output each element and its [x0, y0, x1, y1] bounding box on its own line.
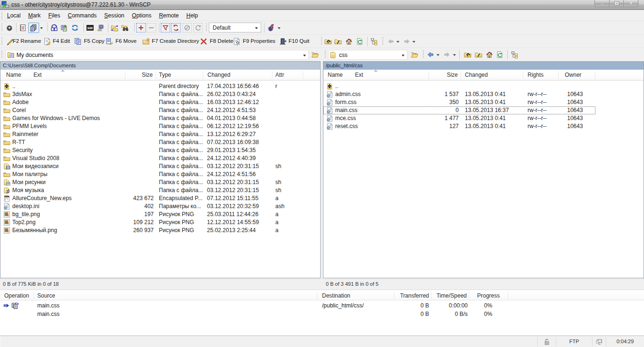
menu-item[interactable]: Commands — [64, 11, 100, 20]
root-directory-icon[interactable] — [475, 51, 482, 58]
maximize-button[interactable] — [610, 0, 624, 7]
queue-row[interactable]: main.css /public_html/css/ 0 B 0:00:00 0… — [0, 301, 644, 310]
column-separator[interactable] — [394, 291, 395, 299]
column-separator[interactable] — [303, 71, 303, 79]
remove-from-comparison-icon[interactable] — [148, 24, 155, 32]
file-row[interactable]: reset.css 127 13.05.2013 0:41 rw-r--r-- … — [323, 122, 644, 130]
protocol-cell[interactable]: FTP — [556, 337, 592, 347]
column-separator[interactable] — [461, 71, 461, 79]
toolbar-grip[interactable] — [47, 24, 48, 32]
column-separator[interactable] — [429, 71, 429, 79]
column-header-size[interactable]: Size — [142, 72, 153, 78]
back-icon[interactable] — [387, 38, 395, 45]
file-row[interactable]: Corel Папка с файла... 24.12.2012 4:51:5… — [0, 106, 320, 114]
toolbar-grip[interactable] — [422, 50, 424, 59]
remote-directory-combo[interactable]: css — [328, 50, 407, 60]
column-header-size[interactable]: Size — [447, 72, 458, 78]
dropdown-arrow-icon[interactable] — [453, 54, 456, 56]
toolbar-grip[interactable] — [382, 37, 383, 46]
session-time-cell[interactable]: 0:04:29 — [606, 337, 644, 347]
queue-header-transferred[interactable]: Transferred — [400, 292, 429, 299]
queue-header-source[interactable]: Source — [37, 292, 55, 299]
column-separator[interactable] — [272, 71, 272, 79]
back-icon[interactable] — [427, 51, 434, 58]
column-separator[interactable] — [558, 71, 559, 79]
home-directory-icon[interactable] — [486, 51, 493, 58]
transfer-settings-combo[interactable]: Default — [209, 23, 261, 32]
synchronize-folders-icon[interactable] — [111, 24, 118, 32]
file-row[interactable]: bg_tile.png 197 Рисунок PNG 25.03.2011 1… — [0, 210, 320, 218]
menu-item[interactable]: Remote — [155, 11, 182, 20]
dropdown-arrow-icon[interactable] — [278, 27, 281, 29]
column-header-changed[interactable]: Changed — [465, 72, 488, 78]
preferences-gear-icon[interactable] — [6, 24, 13, 32]
toolbar-grip[interactable] — [324, 50, 326, 59]
forward-icon[interactable] — [443, 51, 451, 58]
toolbar-grip[interactable] — [206, 24, 207, 32]
dropdown-arrow-icon[interactable] — [40, 27, 43, 29]
column-separator[interactable] — [203, 71, 203, 79]
forward-icon[interactable] — [403, 38, 411, 45]
synchronize-browsing-icon[interactable] — [172, 24, 180, 32]
menu-item[interactable]: Session — [100, 11, 128, 20]
open-directory-icon[interactable] — [411, 51, 418, 58]
file-row[interactable]: Visual Studio 2008 Папка с файла... 24.1… — [0, 154, 320, 162]
queue-header-progress[interactable]: Progress — [477, 292, 500, 299]
file-row[interactable]: 3dsMax Папка с файла... 26.02.2013 0:43:… — [0, 90, 320, 98]
abort-command-icon[interactable] — [194, 24, 202, 32]
find-files-icon[interactable] — [121, 24, 129, 32]
column-header-ext[interactable]: Ext — [355, 72, 363, 78]
file-row[interactable]: PFMM Levels Папка с файла... 06.12.2012 … — [0, 122, 320, 130]
file-row[interactable]: main.css 0 13.05.2013 16:37 rw-r--r-- 10… — [323, 106, 595, 114]
column-separator[interactable] — [33, 291, 34, 299]
menu-item[interactable]: Files — [44, 11, 64, 20]
menu-item[interactable]: Options — [128, 11, 155, 20]
file-row[interactable]: AllureCouture_New.eps 423 672 Encapsulat… — [0, 194, 320, 202]
parent-directory-icon[interactable] — [324, 38, 332, 45]
file-row[interactable]: Мои рисунки Папка с файла... 03.12.2012 … — [0, 178, 320, 186]
fkey-button-quit-door[interactable]: F10 Quit — [279, 37, 343, 47]
local-directory-combo[interactable]: My documents — [6, 50, 309, 60]
column-separator[interactable] — [317, 291, 317, 299]
session-icon-cell[interactable] — [592, 337, 606, 347]
file-row[interactable]: Games for Windows - LIVE Demos Папка с ф… — [0, 114, 320, 122]
refresh-directory-icon[interactable] — [496, 51, 504, 58]
refresh-session-icon[interactable] — [71, 24, 79, 32]
local-path-bar[interactable]: C:\Users\Still.Comp\Documents — [0, 62, 320, 70]
column-header-name[interactable]: Name — [6, 72, 21, 78]
column-header-rights[interactable]: Rights — [528, 72, 544, 78]
open-in-putty-icon[interactable] — [97, 24, 104, 32]
queue-header-operation[interactable]: Operation — [4, 292, 29, 299]
file-row[interactable]: Моя музыка Папка с файла... 03.12.2012 2… — [0, 186, 320, 194]
encryption-cell[interactable] — [537, 337, 556, 347]
file-row[interactable]: Мои видеозаписи Папка с файла... 03.12.2… — [0, 162, 320, 170]
menu-item[interactable]: Help — [182, 11, 202, 20]
fkey-button-new-folder[interactable]: F7 Create Directory — [142, 37, 206, 47]
column-separator[interactable] — [125, 71, 125, 79]
stored-sessions-icon[interactable] — [19, 24, 26, 32]
column-header-owner[interactable]: Owner — [565, 72, 581, 78]
file-row[interactable]: Безымянный.png 260 937 Рисунок PNG 25.02… — [0, 226, 320, 234]
open-directory-icon[interactable] — [311, 51, 319, 58]
dropdown-arrow-icon[interactable] — [396, 41, 399, 43]
column-header-attr[interactable]: Attr — [275, 72, 284, 78]
file-row[interactable]: Мои палитры Папка с файла... 24.12.2012 … — [0, 170, 320, 178]
menu-item[interactable]: Local — [3, 11, 25, 20]
minimize-button[interactable] — [595, 0, 610, 7]
directory-tree-icon[interactable] — [511, 51, 519, 58]
column-separator[interactable] — [431, 291, 431, 299]
home-directory-icon[interactable] — [345, 38, 353, 45]
directory-tree-icon[interactable] — [371, 38, 378, 45]
toolbar-grip[interactable] — [321, 37, 322, 46]
parent-directory-icon[interactable] — [464, 51, 471, 58]
column-separator[interactable] — [156, 71, 156, 79]
file-row[interactable]: desktop.ini 402 Параметры ко... 03.12.20… — [0, 202, 320, 210]
file-row[interactable]: Security Папка с файла... 29.01.2013 1:5… — [0, 146, 320, 154]
close-button[interactable]: x — [624, 0, 638, 7]
root-directory-icon[interactable] — [334, 38, 342, 45]
refresh-directory-icon[interactable] — [356, 38, 363, 45]
open-session-stack-icon[interactable] — [30, 24, 37, 32]
file-row[interactable]: Top2.png 109 212 Рисунок PNG 12.12.2012 … — [0, 218, 320, 226]
duplicate-session-icon[interactable] — [60, 24, 68, 32]
column-header-ext[interactable]: Ext — [33, 72, 41, 78]
